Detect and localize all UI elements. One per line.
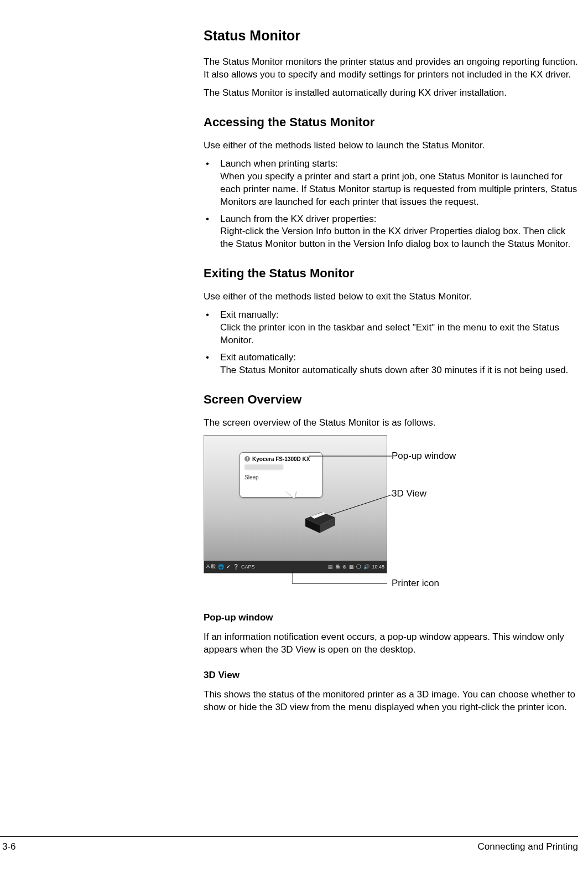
page-footer: 3-6 Connecting and Printing bbox=[0, 836, 578, 852]
intro-paragraph-1: The Status Monitor monitors the printer … bbox=[204, 56, 580, 81]
list-item: Exit automatically: The Status Monitor a… bbox=[204, 351, 580, 377]
3d-view-body: This shows the status of the monitored p… bbox=[204, 689, 580, 714]
section-title: Connecting and Printing bbox=[478, 841, 578, 852]
callout-line bbox=[331, 494, 392, 516]
list-item: Launch from the KX driver properties: Ri… bbox=[204, 213, 580, 251]
popup-status: Sleep bbox=[244, 474, 318, 480]
heading-accessing: Accessing the Status Monitor bbox=[204, 115, 580, 130]
list-item-title: Launch when printing starts: bbox=[220, 158, 580, 170]
tray-icon: ✔ bbox=[226, 564, 231, 570]
overview-lead: The screen overview of the Status Monito… bbox=[204, 417, 580, 430]
tray-icon: 🌐 bbox=[218, 564, 224, 570]
list-item-body: When you specify a printer and start a p… bbox=[220, 170, 580, 209]
callout-3d-view: 3D View bbox=[392, 488, 426, 499]
page-number: 3-6 bbox=[0, 841, 16, 852]
intro-paragraph-2: The Status Monitor is installed automati… bbox=[204, 87, 580, 100]
caps-indicator: CAPS bbox=[241, 564, 255, 570]
callout-line bbox=[292, 572, 392, 587]
list-item-body: Click the printer icon in the taskbar an… bbox=[220, 322, 580, 347]
info-icon: i bbox=[244, 456, 250, 462]
ime-indicator: A 般 bbox=[206, 563, 216, 570]
tray-icon: 🖵 bbox=[356, 564, 361, 570]
list-item-title: Exit automatically: bbox=[220, 351, 580, 364]
list-item: Launch when printing starts: When you sp… bbox=[204, 158, 580, 209]
popup-window-body: If an information notification event occ… bbox=[204, 631, 580, 656]
heading-overview: Screen Overview bbox=[204, 392, 580, 407]
exiting-list: Exit manually: Click the printer icon in… bbox=[204, 309, 580, 377]
tray-icon: ▤ bbox=[328, 564, 333, 570]
list-item-body: Right-click the Version Info button in t… bbox=[220, 225, 580, 251]
tray-icon: ▦ bbox=[349, 564, 354, 570]
accessing-lead: Use either of the methods listed below t… bbox=[204, 139, 580, 152]
volume-icon: 🔊 bbox=[363, 564, 370, 570]
popup-title: Kyocera FS-1300D KX bbox=[252, 456, 310, 462]
overview-figure: i Kyocera FS-1300D KX Sleep bbox=[204, 435, 580, 596]
heading-3d-view: 3D View bbox=[204, 670, 580, 681]
list-item-title: Launch from the KX driver properties: bbox=[220, 213, 580, 226]
help-icon: ❔ bbox=[233, 564, 239, 570]
taskbar-clock: 10:45 bbox=[372, 564, 384, 570]
accessing-list: Launch when printing starts: When you sp… bbox=[204, 158, 580, 251]
printer-icon: 🖶 bbox=[335, 564, 340, 570]
taskbar: A 般 🌐 ✔ ❔ CAPS ▤ 🖶 ⊗ ▦ 🖵 🔊 10:45 bbox=[204, 561, 387, 573]
exiting-lead: Use either of the methods listed below t… bbox=[204, 291, 580, 303]
page-title: Status Monitor bbox=[204, 28, 580, 44]
popup-subtext bbox=[244, 464, 283, 470]
svg-line-5 bbox=[331, 495, 392, 515]
list-item-title: Exit manually: bbox=[220, 309, 580, 322]
heading-popup-window: Pop-up window bbox=[204, 612, 580, 623]
callout-line bbox=[309, 453, 392, 459]
list-item-body: The Status Monitor automatically shuts d… bbox=[220, 364, 580, 377]
list-item: Exit manually: Click the printer icon in… bbox=[204, 309, 580, 347]
heading-exiting: Exiting the Status Monitor bbox=[204, 266, 580, 281]
tray-icon: ⊗ bbox=[342, 564, 347, 570]
callout-printer-icon: Printer icon bbox=[392, 578, 439, 589]
callout-popup: Pop-up window bbox=[392, 451, 456, 462]
